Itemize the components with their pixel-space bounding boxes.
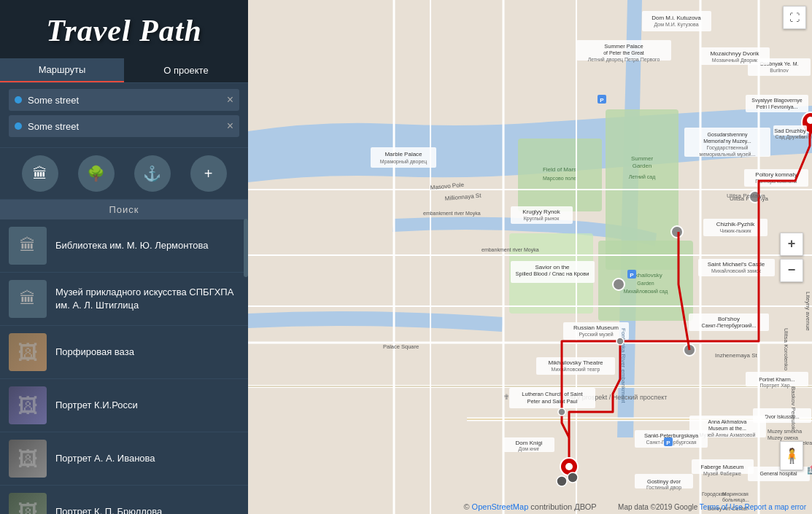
svg-text:Spilled Blood / Спас на Крови: Spilled Blood / Спас на Крови [516,270,589,277]
map-attribution: © OpenStreetMap contribution ДВОР [463,502,596,511]
poi-info: Порфировая ваза [55,346,134,359]
svg-text:P: P [630,272,634,279]
poi-list: 🏛 Библиотека им. М. Ю. Лермонтова 🏛 Музе… [0,219,248,514]
svg-text:Музей Анны Ахматовой: Музей Анны Ахматовой [700,432,756,438]
app-title: Travel Path [15,13,233,48]
terms-link[interactable]: Terms of Use [700,503,743,511]
svg-text:Saint Michael's Castle: Saint Michael's Castle [708,261,765,268]
svg-text:Lutheran Church of Saint: Lutheran Church of Saint [522,391,583,397]
location-close-1[interactable]: × [223,120,233,133]
svg-text:Mozaichnyy Dvorik: Mozaichnyy Dvorik [710,50,759,57]
openstreetmap-link[interactable]: OpenStreetMap [472,502,529,511]
list-item[interactable]: 🖼 Портрет А. А. Иванова [0,432,248,486]
svg-text:Гостиный двор: Гостиный двор [646,485,681,491]
poi-thumb: 🖼 [9,493,47,514]
svg-point-122 [568,472,578,483]
svg-text:Мозаичный Дворик: Мозаичный Дворик [712,58,758,63]
tree-icon[interactable]: 🌳 [78,155,115,192]
list-item[interactable]: 🏛 Музей прикладного искусства СПБГХПА им… [0,273,248,326]
svg-text:Марсово поле: Марсово поле [543,176,576,182]
sidebar: Travel Path МаршрутыО проекте Some stree… [0,0,248,514]
svg-text:embankment river Moyka: embankment river Moyka [423,211,481,217]
poi-name: Музей прикладного искусства СПБГХПА им. … [55,286,239,312]
location-text-0[interactable]: Some street [28,95,223,106]
location-dot-0 [15,96,22,104]
museum-icon[interactable]: 🏛 [22,155,58,192]
svg-text:Михайловский сад: Михайловский сад [624,289,668,295]
tab-routes[interactable]: Маршруты [0,58,124,82]
list-item[interactable]: 🖼 Порфировая ваза [0,326,248,379]
location-close-0[interactable]: × [223,93,233,106]
zoom-out-button[interactable]: − [780,259,803,282]
svg-text:Городская: Городская [702,491,727,497]
svg-text:Burlinov: Burlinov [770,68,789,73]
svg-text:Baskov Pereulok: Baskov Pereulok [790,386,797,431]
svg-text:Сад Дружбы: Сад Дружбы [776,134,805,140]
pegman-button[interactable]: 🧍 [780,441,803,470]
svg-text:Summer: Summer [631,155,654,162]
svg-text:Memorial'ny Muzey...: Memorial'ny Muzey... [703,139,751,144]
zoom-in-button[interactable]: + [780,233,803,256]
svg-text:P: P [666,440,670,446]
location-input-row-1: Some street × [9,115,239,137]
location-input-row-0: Some street × [9,89,239,111]
svg-text:Kruglyy Rynok: Kruglyy Rynok [522,209,561,215]
svg-text:Poltory komnaty: Poltory komnaty [755,171,797,178]
poi-thumb: 🖼 [9,333,47,371]
svg-text:of Peter the Great: of Peter the Great [603,50,644,55]
svg-point-145 [616,338,624,345]
svg-text:Sad Druzhby: Sad Druzhby [774,128,806,134]
svg-text:Государственный: Государственный [707,145,749,151]
svg-point-146 [558,408,565,416]
svg-text:Bol'shoy: Bol'shoy [718,316,740,322]
svg-text:Garden: Garden [637,281,654,286]
svg-rect-5 [518,139,602,211]
location-inputs: Some street × Some street × [0,83,248,148]
attribution-text: © [463,502,471,511]
svg-text:Летний сад: Летний сад [629,174,656,180]
list-item[interactable]: 🖼 Портрет К. П. Брюллова [0,486,248,514]
sidebar-scrollbar[interactable] [244,219,248,277]
svg-text:Faberge Museum: Faberge Museum [701,464,744,470]
svg-text:Museum at the...: Museum at the... [708,426,746,431]
svg-text:🏥: 🏥 [807,464,812,475]
tab-about[interactable]: О проекте [124,58,248,82]
fullscreen-button[interactable]: ⛶ [783,6,806,29]
fullscreen-icon: ⛶ [789,12,800,23]
poi-name: Порфировая ваза [55,346,134,359]
poi-thumb: 🖼 [9,440,47,478]
add-icon[interactable]: + [190,155,227,192]
map-container[interactable]: Summer Garden Летний сад Field of Mars М… [248,0,812,514]
sidebar-tabs: МаршрутыО проекте [0,58,248,83]
list-item[interactable]: 🖼 Портрет К.И.Росси [0,379,248,432]
poi-name: Портрет К.И.Росси [55,399,138,412]
location-text-1[interactable]: Some street [28,121,223,132]
svg-text:Anna Akhmatova: Anna Akhmatova [708,419,747,424]
svg-text:embankment river Moyka: embankment river Moyka [482,247,539,253]
anchor-icon[interactable]: ⚓ [134,155,171,192]
sidebar-header: Travel Path [0,0,248,58]
attribution-suffix: contribution ДВОР [528,502,596,511]
svg-text:Музей Фаберже: Музей Фаберже [703,471,741,477]
poi-thumb: 🏛 [9,280,47,318]
svg-point-117 [671,226,683,238]
svg-text:Summer Palace: Summer Palace [604,43,643,50]
svg-point-120 [565,463,573,470]
svg-text:Marble Palace: Marble Palace [384,151,422,157]
location-dot-1 [15,122,22,130]
list-item[interactable]: 🏛 Библиотека им. М. Ю. Лермонтова [0,219,248,273]
poi-name: Библиотека им. М. Ю. Лермонтова [55,239,209,252]
report-link[interactable]: Report a map error [745,503,806,511]
svg-text:Peter and Saint Paul: Peter and Saint Paul [527,398,578,405]
svg-text:Русский музей: Русский музей [579,332,613,338]
map-data-attribution: Map data ©2019 Google Terms of Use Repor… [618,503,806,511]
svg-text:Летний дворец Петра Первого: Летний дворец Петра Первого [588,57,660,63]
poi-name: Портрет А. А. Иванова [55,452,155,465]
svg-text:Gostinyy dvor: Gostinyy dvor [647,478,681,485]
search-label: Поиск [0,200,248,219]
poi-thumb: 🏛 [9,227,47,265]
icon-row: 🏛🌳⚓+ [0,148,248,200]
svg-text:Gosudarstvennny: Gosudarstvennny [708,132,748,138]
svg-text:Portret Kharm...: Portret Kharm... [759,377,794,382]
poi-info: Портрет А. А. Иванова [55,452,155,465]
